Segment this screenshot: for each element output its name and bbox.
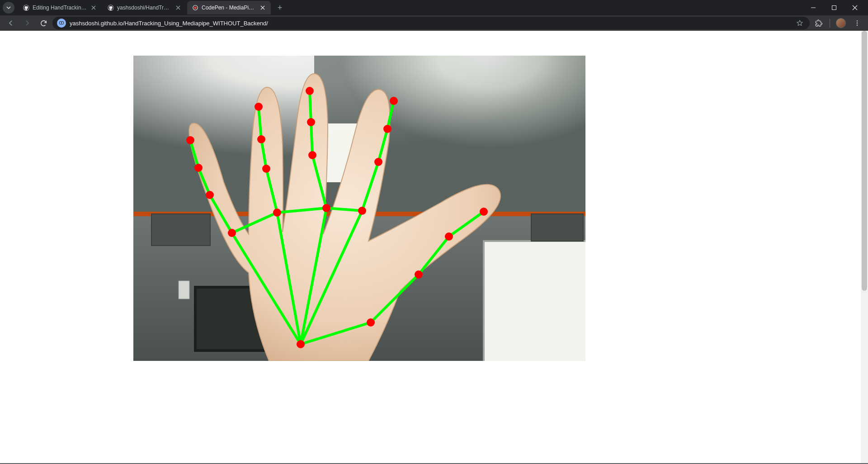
- browser-tab-1[interactable]: yashsdoshi/HandTracking_Usin: [103, 1, 186, 14]
- svg-point-51: [383, 125, 392, 133]
- bookmark-icon[interactable]: [794, 19, 805, 27]
- close-window-button[interactable]: [844, 0, 865, 15]
- svg-point-60: [255, 103, 263, 111]
- svg-point-64: [186, 136, 194, 144]
- tab-title: Editing HandTracking_Using_M: [33, 5, 87, 11]
- svg-point-6: [61, 22, 62, 24]
- minimize-button[interactable]: [803, 0, 824, 15]
- github-icon: [107, 4, 114, 11]
- svg-point-62: [206, 191, 214, 199]
- svg-point-53: [322, 204, 330, 212]
- tab-title: CodePen - MediaPipe Hand: [202, 5, 256, 11]
- site-info-icon[interactable]: [57, 19, 66, 28]
- svg-rect-20: [531, 214, 583, 241]
- svg-point-47: [445, 232, 453, 241]
- webcam-video-canvas: [133, 56, 585, 361]
- svg-point-7: [857, 20, 858, 21]
- svg-point-50: [374, 158, 382, 166]
- svg-point-63: [194, 164, 203, 172]
- close-icon[interactable]: [259, 4, 266, 11]
- browser-tab-0[interactable]: Editing HandTracking_Using_M: [18, 1, 102, 14]
- browser-toolbar: yashsdoshi.github.io/HandTracking_Using_…: [0, 15, 868, 31]
- window-controls: [803, 0, 865, 15]
- svg-point-8: [857, 23, 858, 24]
- svg-point-45: [367, 318, 375, 327]
- forward-button[interactable]: [20, 17, 34, 29]
- svg-point-44: [297, 340, 305, 348]
- address-bar[interactable]: yashsdoshi.github.io/HandTracking_Using_…: [52, 17, 810, 29]
- maximize-button[interactable]: [824, 0, 844, 15]
- svg-line-32: [310, 91, 311, 122]
- scrollbar-thumb[interactable]: [862, 31, 867, 291]
- close-icon[interactable]: [175, 4, 182, 11]
- back-button[interactable]: [4, 17, 18, 29]
- svg-rect-4: [832, 6, 836, 10]
- svg-point-58: [262, 165, 270, 173]
- svg-rect-18: [179, 281, 189, 299]
- svg-rect-17: [151, 214, 210, 246]
- svg-point-57: [273, 208, 281, 217]
- github-icon: [23, 4, 30, 11]
- svg-point-61: [228, 229, 236, 237]
- tabs-search-button[interactable]: [3, 2, 14, 14]
- svg-point-49: [358, 207, 366, 215]
- svg-point-59: [257, 135, 265, 143]
- svg-point-54: [308, 151, 316, 159]
- new-tab-button[interactable]: +: [274, 1, 286, 14]
- svg-point-48: [480, 208, 488, 216]
- extensions-button[interactable]: [811, 17, 826, 29]
- browser-titlebar: Editing HandTracking_Using_M yashsdoshi/…: [0, 0, 868, 15]
- kebab-menu-icon[interactable]: [850, 17, 864, 29]
- recording-icon: [192, 4, 199, 11]
- svg-point-56: [306, 87, 314, 95]
- svg-point-3: [194, 6, 196, 9]
- close-icon[interactable]: [90, 4, 97, 11]
- url-text: yashsdoshi.github.io/HandTracking_Using_…: [70, 20, 791, 27]
- svg-rect-15: [484, 241, 585, 361]
- profile-avatar[interactable]: [834, 17, 848, 29]
- svg-point-46: [415, 270, 423, 279]
- separator: [830, 19, 830, 28]
- reload-button[interactable]: [36, 17, 51, 29]
- svg-line-31: [311, 122, 312, 155]
- svg-point-52: [390, 97, 398, 105]
- svg-point-55: [307, 118, 315, 126]
- tab-title: yashsdoshi/HandTracking_Usin: [117, 5, 172, 11]
- browser-tab-2[interactable]: CodePen - MediaPipe Hand: [187, 1, 271, 14]
- page-content: [0, 31, 868, 464]
- page-scrollbar[interactable]: [861, 31, 868, 464]
- svg-point-9: [857, 25, 858, 26]
